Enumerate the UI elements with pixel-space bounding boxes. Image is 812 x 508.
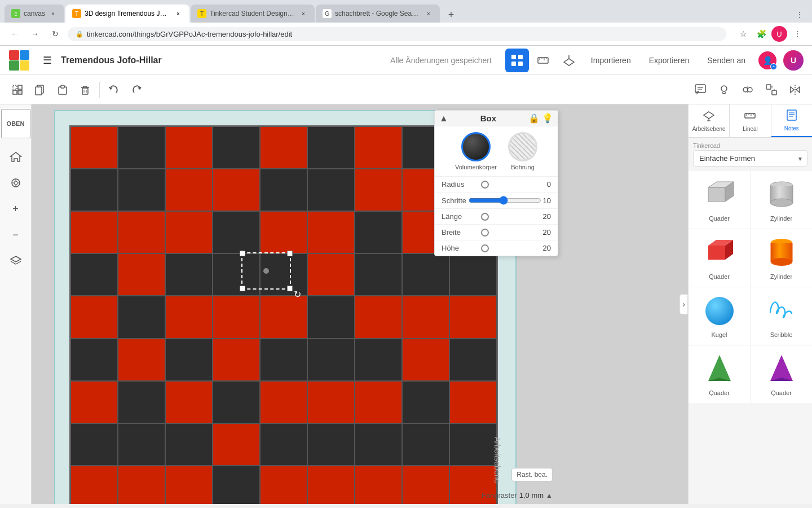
chess-cell xyxy=(118,126,165,169)
shape-item-quader-gray[interactable]: Quader xyxy=(689,171,750,229)
extensions-button[interactable]: 🧩 xyxy=(753,26,769,42)
add-collaborator-button[interactable]: 👤 + xyxy=(756,49,779,72)
group-button[interactable] xyxy=(761,80,782,100)
grid-view-button[interactable] xyxy=(505,49,529,72)
fangraster-row: Fangraster 1,0 mm ▲ xyxy=(482,491,553,500)
tinkercad-logo[interactable] xyxy=(7,48,32,73)
kugel-blue-icon xyxy=(703,294,736,328)
senden-an-button[interactable]: Senden an xyxy=(699,51,753,69)
menu-button[interactable]: ☰ xyxy=(38,51,56,69)
tab-tinkercad-3d[interactable]: T 3D design Tremendous Jofo-H... × xyxy=(65,5,189,23)
profile-button[interactable]: U xyxy=(782,49,805,72)
rast-bea-button[interactable]: Rast. bea. xyxy=(511,468,553,481)
chess-cell xyxy=(165,381,213,423)
chess-cell xyxy=(355,466,402,504)
browser-menu-button[interactable]: ⋮ xyxy=(789,26,805,42)
shape-item-zylinder-orange[interactable]: Zylinder xyxy=(751,229,812,287)
importieren-button[interactable]: Importieren xyxy=(583,51,639,69)
chess-cell xyxy=(260,169,307,211)
lightbulb-icon[interactable]: 💡 xyxy=(542,113,553,124)
bookmark-button[interactable]: ☆ xyxy=(735,26,751,42)
chess-cell xyxy=(165,126,213,169)
address-bar: ← → ↻ 🔒 tinkercad.com/things/bGrVGPPoJAc… xyxy=(0,23,812,46)
forward-button[interactable]: → xyxy=(27,26,43,42)
chess-cell xyxy=(118,466,165,504)
shape-item-zylinder-gray[interactable]: Zylinder xyxy=(751,171,812,229)
chess-cell xyxy=(307,423,355,466)
undo-button[interactable] xyxy=(103,79,125,100)
reload-button[interactable]: ↻ xyxy=(47,26,63,42)
quader-gray-icon xyxy=(703,178,736,212)
lock-icon[interactable]: 🔒 xyxy=(528,113,540,124)
shape-item-kegel-purple[interactable]: Quader xyxy=(751,345,812,403)
kugel-sphere xyxy=(705,297,734,325)
browser-profile-avatar[interactable]: U xyxy=(771,26,787,42)
hole-label: Bohrung xyxy=(511,164,535,170)
shape-item-kegel-green[interactable]: Quader xyxy=(689,345,750,403)
shape-item-quader-red[interactable]: Quader xyxy=(689,229,750,287)
hole-material-option[interactable]: Bohrung xyxy=(508,132,537,170)
paste-button[interactable] xyxy=(52,79,73,100)
exportieren-button[interactable]: Exportieren xyxy=(641,51,698,69)
scribble-label: Scribble xyxy=(770,331,793,338)
notes-panel-button[interactable]: Notes xyxy=(771,104,812,137)
svg-point-34 xyxy=(14,181,17,185)
workplane-view-button[interactable] xyxy=(557,49,581,72)
delete-button[interactable] xyxy=(74,79,96,100)
arbeitsebene-panel-button[interactable]: Arbeitsebene xyxy=(689,104,730,137)
breite-radio[interactable] xyxy=(481,229,489,237)
shape-item-kugel-blue[interactable]: Kugel xyxy=(689,287,750,345)
lineal-panel-button[interactable]: Lineal xyxy=(730,104,771,137)
chess-cell xyxy=(118,253,165,296)
tab-canvas-close[interactable]: × xyxy=(48,9,58,18)
bulb-button[interactable] xyxy=(714,80,734,100)
chess-cell xyxy=(402,466,449,504)
library-section: Tinkercad Einfache Formen ▼ xyxy=(689,138,812,171)
tab-google-close[interactable]: × xyxy=(424,9,433,18)
breite-value: 20 xyxy=(537,228,551,237)
zoom-in-button[interactable]: + xyxy=(4,197,28,221)
select-all-button[interactable] xyxy=(7,79,28,100)
back-button[interactable]: ← xyxy=(7,26,23,42)
layers-button[interactable] xyxy=(4,249,28,273)
library-dropdown[interactable]: Einfache Formen xyxy=(693,150,807,167)
chess-cell xyxy=(118,211,165,253)
home-view-button[interactable] xyxy=(4,145,28,169)
mirror-button[interactable] xyxy=(785,80,805,100)
schritte-slider[interactable] xyxy=(469,196,541,205)
chess-cell xyxy=(260,211,307,253)
redo-icon xyxy=(131,84,142,95)
zoom-out-button[interactable]: − xyxy=(4,223,28,247)
svg-marker-68 xyxy=(708,355,731,381)
tab-google[interactable]: G schachbrett - Google Search × xyxy=(316,5,440,23)
hoehe-radio[interactable] xyxy=(481,244,489,252)
panel-collapse-button[interactable]: ▲ Box 🔒 💡 xyxy=(435,111,558,126)
radius-radio[interactable] xyxy=(481,181,489,189)
shape-item-scribble[interactable]: Scribble xyxy=(751,287,812,345)
svg-rect-10 xyxy=(13,85,17,89)
new-tab-button[interactable]: + xyxy=(443,7,459,23)
align-button[interactable] xyxy=(738,80,758,100)
radius-row: Radius 0 xyxy=(435,177,558,192)
tab-tinkercad-student-close[interactable]: × xyxy=(299,9,308,18)
comment-button[interactable] xyxy=(690,80,710,100)
browser-profile-button[interactable]: ⋮ xyxy=(792,7,807,23)
laenge-radio[interactable] xyxy=(481,213,489,221)
laenge-row: Länge 20 xyxy=(435,209,558,225)
fangraster-chevron-icon[interactable]: ▲ xyxy=(546,492,553,500)
tab-tinkercad-student[interactable]: T Tinkercad Student Design Con... × xyxy=(191,5,315,23)
workplane-icon xyxy=(563,54,575,67)
url-bar[interactable]: 🔒 tinkercad.com/things/bGrVGPPoJAc-treme… xyxy=(68,27,726,41)
ruler-view-button[interactable] xyxy=(531,49,555,72)
tab-canvas[interactable]: c canvas × xyxy=(5,5,64,23)
panel-expand-button[interactable]: › xyxy=(679,294,688,314)
svg-point-57 xyxy=(770,199,793,207)
schritte-label: Schritte xyxy=(442,196,469,205)
shape-grid: Quader xyxy=(689,171,812,403)
solid-material-option[interactable]: Volumenkörper xyxy=(455,132,497,170)
canvas-area[interactable]: ↻ Arbeitsebene ▲ Box 🔒 💡 Volu xyxy=(32,104,688,504)
copy-button[interactable] xyxy=(29,79,51,100)
fit-view-button[interactable] xyxy=(4,171,28,195)
tab-tinkercad-3d-close[interactable]: × xyxy=(174,9,183,18)
redo-button[interactable] xyxy=(126,79,147,100)
